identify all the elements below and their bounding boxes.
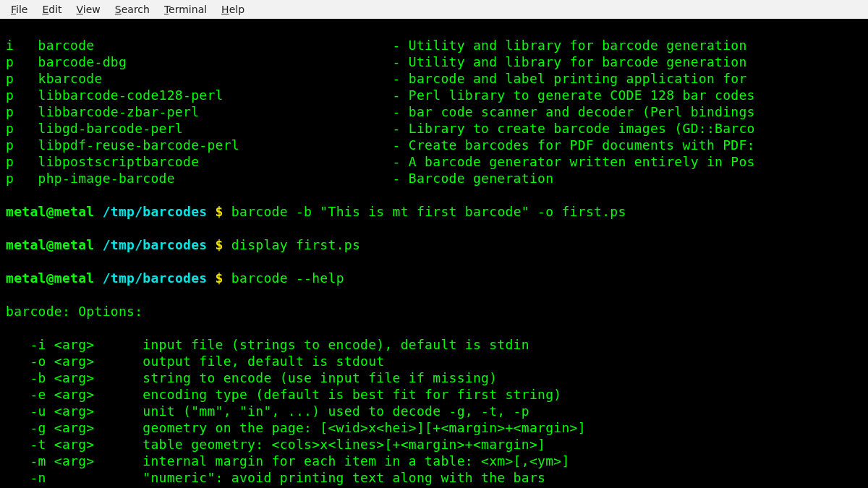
help-option-row: -b <arg> string to encode (use input fil…	[6, 369, 862, 386]
help-options: -i <arg> input file (strings to encode),…	[6, 336, 862, 488]
help-option-row: -g <arg> geometry on the page: [<wid>x<h…	[6, 419, 862, 436]
menubar: File Edit View Search Terminal Help	[0, 0, 868, 19]
command-input: barcode --help	[231, 270, 344, 286]
package-row: p libgd-barcode-perl - Library to create…	[6, 120, 862, 137]
menu-help[interactable]: Help	[215, 0, 251, 20]
help-option-row: -o <arg> output file, default is stdout	[6, 353, 862, 369]
help-option-row: -e <arg> encoding type (default is best …	[6, 386, 862, 403]
package-row: p barcode-dbg - Utility and library for …	[6, 53, 862, 70]
package-row: p libpdf-reuse-barcode-perl - Create bar…	[6, 137, 862, 153]
prompt-line-2: metal@metal /tmp/barcodes $ display firs…	[6, 236, 862, 253]
help-option-row: -i <arg> input file (strings to encode),…	[6, 336, 862, 353]
menu-edit[interactable]: Edit	[35, 0, 68, 20]
package-row: i barcode - Utility and library for barc…	[6, 37, 862, 53]
prompt-line-1: metal@metal /tmp/barcodes $ barcode -b "…	[6, 203, 862, 220]
help-option-row: -n "numeric": avoid printing text along …	[6, 469, 862, 486]
command-input: barcode -b "This is mt first barcode" -o…	[231, 204, 626, 219]
menu-view[interactable]: View	[70, 0, 107, 20]
package-row: p libpostscriptbarcode - A barcode gener…	[6, 153, 862, 170]
menu-file[interactable]: File	[4, 0, 34, 20]
package-search-results: i barcode - Utility and library for barc…	[6, 37, 862, 187]
menu-terminal[interactable]: Terminal	[158, 0, 213, 20]
help-option-row: -u <arg> unit ("mm", "in", ...) used to …	[6, 403, 862, 419]
prompt-line-3: metal@metal /tmp/barcodes $ barcode --he…	[6, 270, 862, 286]
help-header: barcode: Options:	[6, 303, 862, 320]
package-row: p kbarcode - barcode and label printing …	[6, 70, 862, 87]
terminal-output[interactable]: i barcode - Utility and library for barc…	[0, 19, 868, 488]
package-row: p libbarcode-zbar-perl - bar code scanne…	[6, 103, 862, 120]
help-option-row: -t <arg> table geometry: <cols>x<lines>[…	[6, 436, 862, 453]
command-input: display first.ps	[231, 237, 360, 252]
help-option-row: -m <arg> internal margin for each item i…	[6, 453, 862, 469]
menu-search[interactable]: Search	[109, 0, 156, 20]
package-row: p php-image-barcode - Barcode generation	[6, 170, 862, 187]
package-row: p libbarcode-code128-perl - Perl library…	[6, 87, 862, 103]
